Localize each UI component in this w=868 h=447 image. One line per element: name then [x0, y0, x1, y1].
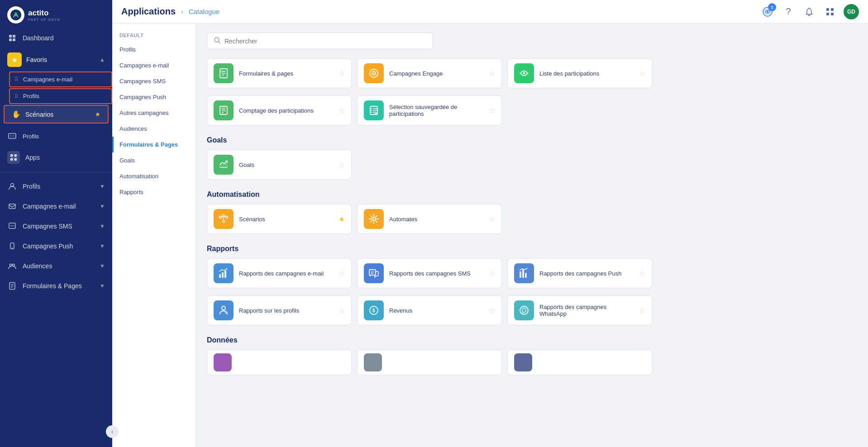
profils-chevron: ▼ — [100, 183, 105, 190]
user-eye-icon-btn[interactable]: 1 — [760, 5, 775, 19]
card-icon-donnees2 — [364, 353, 382, 371]
card-star-selection[interactable]: ☆ — [489, 106, 495, 115]
card-star-liste[interactable]: ☆ — [639, 69, 645, 78]
card-icon-engage — [364, 63, 384, 83]
page-title: Applications — [121, 6, 176, 17]
card-star-formulaires[interactable]: ☆ — [339, 69, 345, 78]
svg-rect-42 — [219, 71, 222, 73]
card-rapports-profils[interactable]: Rapports sur les profils ☆ — [207, 295, 352, 325]
card-name-selection: Sélection sauvegardée de participations — [389, 104, 483, 117]
card-donnees-1[interactable] — [207, 350, 352, 375]
svg-rect-3 — [13, 35, 15, 38]
search-bar — [207, 33, 433, 49]
sidebar-item-audiences[interactable]: Audiences ▼ — [0, 256, 112, 276]
card-star-scenarios[interactable]: ★ — [339, 215, 345, 224]
scenarios-label: Scénarios — [25, 111, 53, 118]
card-star-revenus[interactable]: ☆ — [489, 306, 495, 315]
card-name-rapports-profils: Rapports sur les profils — [239, 307, 333, 314]
svg-point-47 — [523, 72, 525, 75]
left-nav-profils[interactable]: Profils — [112, 42, 196, 57]
card-campagnes-engage[interactable]: Campagnes Engage ☆ — [357, 58, 502, 88]
card-comptage[interactable]: Comptage des participations ☆ — [207, 95, 352, 125]
card-star-goals[interactable]: ☆ — [339, 161, 345, 169]
scenarios-hand-icon: ✋ — [12, 110, 21, 119]
left-nav-formulaires[interactable]: Formulaires & Pages — [112, 137, 196, 152]
favoris-campagnes-label: Campagnes e-mail — [23, 76, 72, 83]
card-goals[interactable]: Goals ☆ — [207, 150, 352, 180]
sidebar-item-dashboard[interactable]: Dashboard — [0, 28, 112, 48]
left-nav-rapports[interactable]: Rapports — [112, 184, 196, 200]
sidebar-item-campagnes-sms[interactable]: Profils — [0, 126, 112, 146]
card-selection[interactable]: Sélection sauvegardée de participations … — [357, 95, 502, 125]
favoris-sub-campagnes-email[interactable]: ⠿ Campagnes e-mail — [9, 71, 112, 87]
sidebar-item-campagnes-push[interactable]: Campagnes Push ▼ — [0, 236, 112, 256]
left-nav-automatisation[interactable]: Automatisation — [112, 168, 196, 184]
formulaires-chevron: ▼ — [100, 283, 105, 289]
sidebar-item-profils[interactable]: Profils ▼ — [0, 176, 112, 196]
left-nav-campagnes-push[interactable]: Campagnes Push — [112, 89, 196, 105]
help-btn[interactable]: ? — [781, 5, 796, 19]
sidebar-collapse-btn[interactable]: ‹ — [106, 425, 112, 438]
notifications-btn[interactable] — [802, 5, 816, 19]
search-input[interactable] — [224, 38, 426, 45]
card-icon-goals — [214, 155, 234, 175]
cards-grid-rapports1: Rapports des campagnes e-mail ☆ — [207, 258, 857, 288]
favoris-header[interactable]: ★ Favoris ▲ — [0, 48, 112, 71]
card-rapports-push[interactable]: Rapports des campagnes Push ☆ — [507, 258, 652, 288]
card-rapports-sms[interactable]: Rapports des campagnes SMS ☆ — [357, 258, 502, 288]
card-revenus[interactable]: $ Revenus ☆ — [357, 295, 502, 325]
card-donnees-3[interactable] — [507, 350, 652, 375]
card-star-rapports-sms[interactable]: ☆ — [489, 269, 495, 278]
card-star-rapports-whatsapp[interactable]: ☆ — [639, 306, 645, 315]
grid-btn[interactable] — [823, 5, 837, 19]
card-icon-rapports-sms — [364, 263, 384, 283]
card-automates[interactable]: Automates ☆ — [357, 204, 502, 234]
card-star-rapports-email[interactable]: ☆ — [339, 269, 345, 278]
topbar: Applications › Catalogue 1 ? — [112, 0, 868, 24]
left-nav-campagnes-email[interactable]: Campagnes e-mail — [112, 57, 196, 73]
left-nav-autres-campagnes[interactable]: Autres campagnes — [112, 105, 196, 121]
sidebar-item-formulaires[interactable]: Formulaires & Pages ▼ — [0, 276, 112, 296]
svg-point-8 — [12, 136, 13, 137]
card-liste-participations[interactable]: Liste des participations ☆ — [507, 58, 652, 88]
card-name-rapports-whatsapp: Rapports des campagnes WhatsApp — [539, 304, 634, 317]
card-name-goals: Goals — [239, 162, 333, 168]
campagnes-push-label: Campagnes Push — [23, 243, 73, 250]
svg-line-76 — [371, 216, 372, 217]
card-star-comptage[interactable]: ☆ — [339, 106, 345, 115]
campagnes-email-chevron: ▼ — [100, 203, 105, 209]
svg-rect-34 — [826, 13, 829, 15]
card-rapports-email[interactable]: Rapports des campagnes e-mail ☆ — [207, 258, 352, 288]
cards-grid-donnees — [207, 350, 857, 375]
card-formulaires-pages[interactable]: Formulaires & pages ☆ — [207, 58, 352, 88]
left-nav-audiences[interactable]: Audiences — [112, 121, 196, 137]
sidebar-item-campagnes-sms-main[interactable]: Campagnes SMS ▼ — [0, 216, 112, 236]
card-scenarios[interactable]: Scénarios ★ — [207, 204, 352, 234]
svg-point-17 — [10, 225, 11, 226]
card-star-automates[interactable]: ☆ — [489, 215, 495, 224]
card-star-rapports-push[interactable]: ☆ — [639, 269, 645, 278]
sidebar-item-campagnes-email[interactable]: Campagnes e-mail ▼ — [0, 196, 112, 216]
svg-point-19 — [13, 225, 14, 226]
svg-line-78 — [376, 216, 377, 217]
sidebar-item-apps[interactable]: Apps — [0, 146, 112, 169]
left-nav-campagnes-sms[interactable]: Campagnes SMS — [112, 73, 196, 89]
card-star-engage[interactable]: ☆ — [489, 69, 495, 78]
svg-rect-5 — [13, 38, 15, 41]
card-star-rapports-profils[interactable]: ☆ — [339, 306, 345, 315]
svg-point-59 — [371, 108, 372, 109]
cards-grid-forms2: Comptage des participations ☆ — [207, 95, 857, 125]
section-rapports-title: Rapports — [207, 245, 857, 253]
card-icon-donnees3 — [514, 353, 532, 371]
card-donnees-2[interactable] — [357, 350, 502, 375]
campagnes-sms-chevron: ▼ — [100, 223, 105, 229]
sidebar-logo: actito PART OF GNTN — [0, 0, 112, 28]
svg-line-37 — [219, 42, 220, 43]
card-rapports-whatsapp[interactable]: Rapports des campagnes WhatsApp ☆ — [507, 295, 652, 325]
drag-icon-profils: ⠿ — [14, 93, 19, 100]
sidebar-scenarios-item[interactable]: ✋ Scénarios ★ — [4, 105, 109, 124]
user-avatar[interactable]: GD — [844, 4, 859, 19]
favoris-sub-profils[interactable]: ⠿ Profils — [9, 88, 112, 104]
left-nav-goals[interactable]: Goals — [112, 152, 196, 168]
section-goals-title: Goals — [207, 136, 857, 144]
